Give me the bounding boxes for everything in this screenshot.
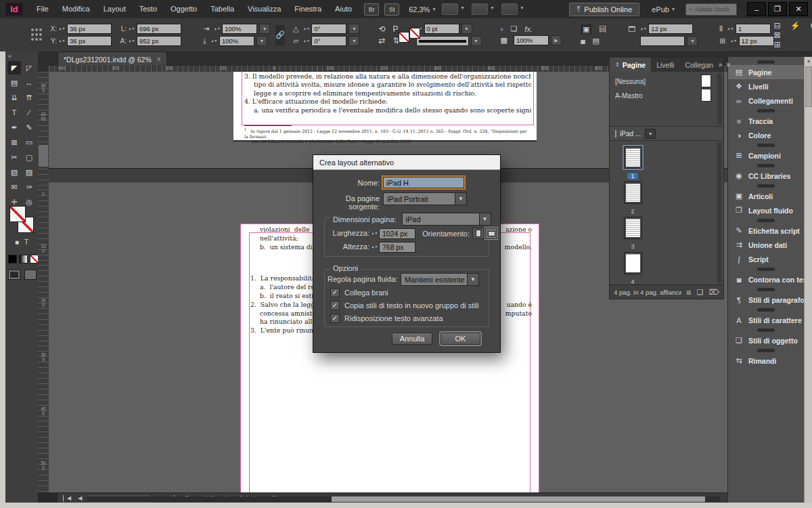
tool-button[interactable]: ✂ — [7, 150, 21, 164]
height-field[interactable]: 952 px — [137, 36, 181, 46]
width-field[interactable]: 1024 px — [379, 228, 415, 239]
checkbox-checked-icon[interactable] — [330, 314, 340, 323]
dock-panel-button[interactable]: ✎ Etichetta script — [728, 224, 804, 238]
checkbox-row[interactable]: Ridisposizione testo avanzata — [330, 314, 443, 323]
first-page-button[interactable]: ◀ — [63, 495, 74, 501]
page-thumbnail[interactable]: 4 — [619, 252, 646, 287]
chevron-down-icon[interactable]: ▼ — [471, 36, 482, 46]
object-style-dropdown[interactable] — [640, 36, 685, 46]
tool-button[interactable]: ✉ — [7, 180, 21, 194]
master-thumbnail[interactable] — [701, 75, 711, 87]
drop-shadow-icon[interactable]: ❏ — [510, 24, 517, 33]
effects-icon[interactable]: fx. — [524, 25, 533, 33]
publish-online-button[interactable]: ⤒ Publish Online — [569, 3, 639, 16]
scrollbar-thumb[interactable] — [332, 496, 705, 502]
menu-item[interactable]: Modifica — [55, 0, 97, 18]
checkbox-row[interactable]: Collega brani — [330, 288, 388, 297]
horizontal-scrollbar[interactable] — [87, 496, 720, 502]
quick-apply-lightning-icon[interactable]: ⚡ — [790, 21, 800, 49]
menu-item[interactable]: Tabella — [204, 0, 241, 18]
tool-button[interactable]: ✎ — [22, 121, 36, 134]
fill-swatch[interactable] — [9, 206, 26, 222]
maximize-button[interactable]: ❐ — [768, 2, 787, 16]
checkbox-checked-icon[interactable] — [330, 288, 340, 297]
screen-mode-dropdown[interactable] — [472, 3, 488, 15]
master-page-row[interactable]: A-Mastro — [615, 89, 643, 102]
chevron-down-icon[interactable]: ▼ — [348, 36, 359, 46]
page-thumbnail-image[interactable] — [624, 182, 642, 204]
preview-mode-button[interactable] — [24, 270, 37, 280]
gutter-stepper[interactable]: ▲▼ — [731, 37, 737, 46]
menu-item[interactable]: File — [30, 0, 55, 18]
liquid-rule-dropdown[interactable]: Mantieni esistente▼ — [401, 273, 479, 286]
new-page-icon[interactable]: ❏ — [697, 288, 704, 297]
tool-button[interactable]: ▤ — [7, 76, 21, 89]
tool-button[interactable]: ⇊ — [7, 91, 21, 104]
arrange-documents-dropdown[interactable] — [501, 3, 518, 15]
panel-tab[interactable]: Pagine — [610, 58, 651, 72]
dock-panel-button[interactable]: ▤ Pagine — [728, 65, 804, 79]
apply-gradient-icon[interactable] — [19, 255, 28, 263]
tool-button[interactable]: ✑ — [22, 180, 36, 194]
space-field[interactable]: 12 px — [648, 24, 693, 34]
cancel-button[interactable]: Annulla — [392, 333, 432, 345]
y-field[interactable]: 36 px — [67, 36, 112, 46]
chevron-down-icon[interactable]: ▼ — [461, 24, 472, 34]
height-field[interactable]: 768 px — [379, 242, 415, 253]
chevron-down-icon[interactable]: ▼ — [259, 24, 270, 34]
tool-button[interactable]: ⇈ — [22, 91, 36, 104]
dock-panel-button[interactable]: ❐ Layout fluido — [728, 203, 804, 217]
menu-item[interactable]: Aiuto — [328, 0, 359, 18]
control-panel-gear-icon[interactable]: ⚙ — [810, 21, 812, 49]
space-stepper[interactable]: ▲▼ — [640, 24, 646, 34]
delete-page-icon[interactable]: ⌦ — [708, 288, 719, 297]
dock-panel-button[interactable]: ❑ Stili di oggetto — [728, 333, 804, 347]
ok-button[interactable]: OK — [441, 333, 480, 345]
page-thumbnail[interactable]: 1 — [619, 146, 646, 181]
dock-panel-button[interactable]: ◉ CC Libraries — [728, 169, 804, 183]
dock-panel-button[interactable]: ⇉ Unione dati — [728, 238, 804, 252]
flip-horizontal-icon[interactable]: ⇄ — [378, 36, 385, 45]
columns-field[interactable]: 1 — [736, 24, 771, 34]
tool-button[interactable]: ∕ — [22, 106, 36, 119]
rotation-field[interactable]: 0° — [311, 24, 346, 34]
formatting-affects-text-icon[interactable]: T — [24, 238, 28, 246]
page-thumbnail-image[interactable] — [624, 252, 642, 274]
height-stepper[interactable]: ▲▼ — [371, 242, 378, 251]
pages-section-header[interactable]: iPad ... ▼ — [610, 127, 723, 141]
chevron-down-icon[interactable]: ▼ — [256, 36, 267, 46]
chevron-down-icon[interactable]: ▼ — [645, 129, 656, 139]
align-icons[interactable]: ⊟ ⊠ ⊞ — [774, 21, 781, 49]
constrain-proportions-link-icon[interactable]: 🔗 — [275, 25, 285, 45]
tool-button[interactable]: T — [7, 106, 21, 119]
orientation-landscape-button[interactable] — [485, 228, 497, 239]
columns-stepper[interactable]: ▲▼ — [727, 24, 734, 34]
corner-options-icon[interactable]: ▫ — [501, 25, 503, 33]
width-stepper[interactable]: ▲▼ — [371, 228, 378, 238]
search-input[interactable] — [694, 5, 731, 14]
fill-swatch[interactable] — [409, 28, 420, 39]
zoom-level-dropdown[interactable]: 62,3%▾ — [409, 5, 435, 14]
menu-item[interactable]: Testo — [133, 0, 164, 18]
shear-field[interactable]: 0° — [311, 36, 346, 46]
vertical-ruler[interactable]: 900100000100200300400500 — [38, 72, 49, 492]
dock-panel-button[interactable]: ∞ Collegamenti — [728, 93, 804, 108]
rotate-ccw-icon[interactable]: ⟲ — [378, 24, 385, 34]
x-field[interactable]: 36 px — [67, 24, 112, 34]
stroke-style-dropdown[interactable] — [416, 36, 469, 46]
tool-button[interactable]: ✒ — [7, 121, 21, 134]
height-stepper[interactable]: ▲▼ — [129, 37, 135, 46]
edit-page-size-icon[interactable]: ⧈ — [687, 288, 692, 297]
scale-x-field[interactable]: 100% — [222, 24, 257, 34]
close-button[interactable]: ✕ — [789, 2, 808, 16]
bridge-button[interactable]: Br — [364, 3, 379, 16]
normal-mode-button[interactable] — [8, 270, 20, 280]
tool-button[interactable]: ▭ — [22, 135, 36, 149]
dock-panel-button[interactable]: ≡ Traccia — [728, 114, 804, 128]
source-pages-dropdown[interactable]: iPad Portrait▼ — [383, 192, 467, 205]
master-thumbnail[interactable] — [701, 89, 711, 102]
page-thumbnail[interactable]: 2 — [619, 182, 646, 216]
scale-y-field[interactable]: 100% — [219, 36, 254, 46]
chevron-right-icon[interactable]: ▶ — [551, 35, 562, 45]
view-options-dropdown[interactable] — [442, 3, 458, 15]
